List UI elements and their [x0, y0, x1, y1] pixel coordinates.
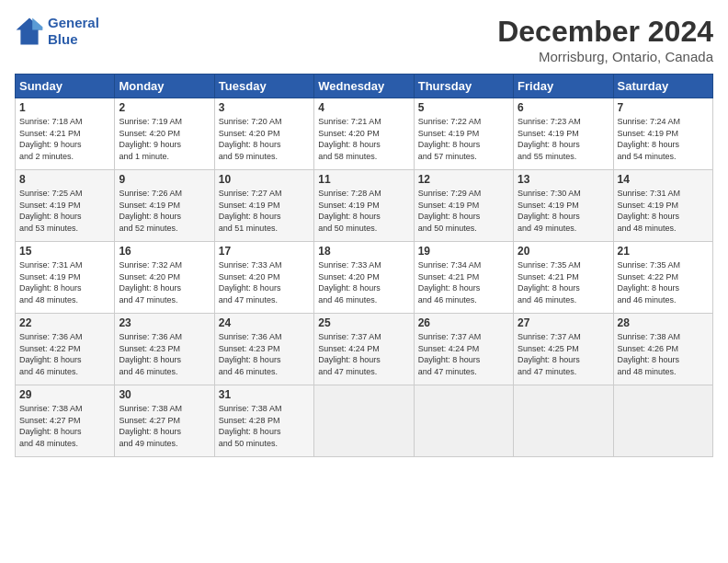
- logo-text: General Blue: [48, 15, 99, 48]
- day-info: Sunrise: 7:34 AM Sunset: 4:21 PM Dayligh…: [418, 259, 509, 305]
- day-number: 17: [219, 245, 310, 258]
- day-info: Sunrise: 7:20 AM Sunset: 4:20 PM Dayligh…: [219, 116, 310, 162]
- table-row: 12Sunrise: 7:29 AM Sunset: 4:19 PM Dayli…: [414, 170, 513, 242]
- table-row: 3Sunrise: 7:20 AM Sunset: 4:20 PM Daylig…: [214, 98, 313, 170]
- day-info: Sunrise: 7:30 AM Sunset: 4:19 PM Dayligh…: [518, 188, 609, 234]
- day-number: 11: [318, 173, 409, 186]
- day-info: Sunrise: 7:29 AM Sunset: 4:19 PM Dayligh…: [418, 188, 509, 234]
- table-row: [613, 385, 712, 457]
- day-number: 22: [19, 316, 110, 329]
- table-row: 30Sunrise: 7:38 AM Sunset: 4:27 PM Dayli…: [115, 385, 214, 457]
- svg-marker-1: [32, 18, 42, 30]
- day-number: 28: [618, 316, 709, 329]
- table-row: 18Sunrise: 7:33 AM Sunset: 4:20 PM Dayli…: [314, 242, 414, 314]
- day-number: 2: [119, 101, 210, 114]
- day-number: 12: [418, 173, 509, 186]
- day-info: Sunrise: 7:33 AM Sunset: 4:20 PM Dayligh…: [318, 259, 409, 305]
- calendar-table: Sunday Monday Tuesday Wednesday Thursday…: [15, 74, 713, 457]
- day-number: 29: [19, 388, 110, 401]
- logo-icon: [15, 17, 44, 46]
- day-info: Sunrise: 7:25 AM Sunset: 4:19 PM Dayligh…: [19, 188, 110, 234]
- day-number: 21: [618, 245, 709, 258]
- day-info: Sunrise: 7:33 AM Sunset: 4:20 PM Dayligh…: [219, 259, 310, 305]
- day-info: Sunrise: 7:32 AM Sunset: 4:20 PM Dayligh…: [119, 259, 210, 305]
- table-row: 1Sunrise: 7:18 AM Sunset: 4:21 PM Daylig…: [16, 98, 115, 170]
- day-number: 10: [219, 173, 310, 186]
- day-info: Sunrise: 7:38 AM Sunset: 4:27 PM Dayligh…: [119, 403, 210, 449]
- day-info: Sunrise: 7:31 AM Sunset: 4:19 PM Dayligh…: [618, 188, 709, 234]
- day-info: Sunrise: 7:28 AM Sunset: 4:19 PM Dayligh…: [318, 188, 409, 234]
- table-row: 8Sunrise: 7:25 AM Sunset: 4:19 PM Daylig…: [16, 170, 115, 242]
- col-thursday: Thursday: [414, 75, 513, 98]
- day-number: 4: [318, 101, 409, 114]
- main-title: December 2024: [497, 15, 713, 49]
- day-number: 5: [418, 101, 509, 114]
- sub-title: Morrisburg, Ontario, Canada: [497, 49, 713, 64]
- day-info: Sunrise: 7:19 AM Sunset: 4:20 PM Dayligh…: [119, 116, 210, 162]
- table-row: 2Sunrise: 7:19 AM Sunset: 4:20 PM Daylig…: [115, 98, 214, 170]
- day-info: Sunrise: 7:35 AM Sunset: 4:22 PM Dayligh…: [618, 259, 709, 305]
- page-container: General Blue December 2024 Morrisburg, O…: [0, 0, 728, 563]
- day-info: Sunrise: 7:27 AM Sunset: 4:19 PM Dayligh…: [219, 188, 310, 234]
- col-wednesday: Wednesday: [314, 75, 414, 98]
- day-info: Sunrise: 7:24 AM Sunset: 4:19 PM Dayligh…: [618, 116, 709, 162]
- day-info: Sunrise: 7:18 AM Sunset: 4:21 PM Dayligh…: [19, 116, 110, 162]
- day-number: 13: [518, 173, 609, 186]
- day-info: Sunrise: 7:38 AM Sunset: 4:28 PM Dayligh…: [219, 403, 310, 449]
- day-number: 20: [518, 245, 609, 258]
- day-number: 31: [219, 388, 310, 401]
- table-row: 19Sunrise: 7:34 AM Sunset: 4:21 PM Dayli…: [414, 242, 513, 314]
- table-row: 7Sunrise: 7:24 AM Sunset: 4:19 PM Daylig…: [613, 98, 712, 170]
- day-number: 14: [618, 173, 709, 186]
- table-row: 11Sunrise: 7:28 AM Sunset: 4:19 PM Dayli…: [314, 170, 414, 242]
- col-monday: Monday: [115, 75, 214, 98]
- table-row: 23Sunrise: 7:36 AM Sunset: 4:23 PM Dayli…: [115, 314, 214, 385]
- calendar-header-row: Sunday Monday Tuesday Wednesday Thursday…: [16, 75, 713, 98]
- day-info: Sunrise: 7:36 AM Sunset: 4:22 PM Dayligh…: [19, 331, 110, 377]
- table-row: 31Sunrise: 7:38 AM Sunset: 4:28 PM Dayli…: [214, 385, 313, 457]
- day-info: Sunrise: 7:38 AM Sunset: 4:26 PM Dayligh…: [618, 331, 709, 377]
- day-number: 16: [119, 245, 210, 258]
- day-info: Sunrise: 7:21 AM Sunset: 4:20 PM Dayligh…: [318, 116, 409, 162]
- table-row: 21Sunrise: 7:35 AM Sunset: 4:22 PM Dayli…: [613, 242, 712, 314]
- day-number: 25: [318, 316, 409, 329]
- svg-marker-0: [17, 18, 43, 45]
- day-number: 23: [119, 316, 210, 329]
- col-sunday: Sunday: [16, 75, 115, 98]
- table-row: 15Sunrise: 7:31 AM Sunset: 4:19 PM Dayli…: [16, 242, 115, 314]
- day-number: 30: [119, 388, 210, 401]
- table-row: 5Sunrise: 7:22 AM Sunset: 4:19 PM Daylig…: [414, 98, 513, 170]
- table-row: 27Sunrise: 7:37 AM Sunset: 4:25 PM Dayli…: [514, 314, 613, 385]
- day-info: Sunrise: 7:35 AM Sunset: 4:21 PM Dayligh…: [518, 259, 609, 305]
- day-info: Sunrise: 7:37 AM Sunset: 4:25 PM Dayligh…: [518, 331, 609, 377]
- day-info: Sunrise: 7:38 AM Sunset: 4:27 PM Dayligh…: [19, 403, 110, 449]
- day-number: 26: [418, 316, 509, 329]
- table-row: [414, 385, 513, 457]
- col-friday: Friday: [514, 75, 613, 98]
- table-row: 14Sunrise: 7:31 AM Sunset: 4:19 PM Dayli…: [613, 170, 712, 242]
- day-info: Sunrise: 7:36 AM Sunset: 4:23 PM Dayligh…: [119, 331, 210, 377]
- day-number: 8: [19, 173, 110, 186]
- day-number: 7: [618, 101, 709, 114]
- table-row: 29Sunrise: 7:38 AM Sunset: 4:27 PM Dayli…: [16, 385, 115, 457]
- table-row: 13Sunrise: 7:30 AM Sunset: 4:19 PM Dayli…: [514, 170, 613, 242]
- col-tuesday: Tuesday: [214, 75, 313, 98]
- logo-general: General: [48, 15, 99, 30]
- table-row: 9Sunrise: 7:26 AM Sunset: 4:19 PM Daylig…: [115, 170, 214, 242]
- day-info: Sunrise: 7:37 AM Sunset: 4:24 PM Dayligh…: [318, 331, 409, 377]
- day-number: 27: [518, 316, 609, 329]
- table-row: [314, 385, 414, 457]
- day-info: Sunrise: 7:22 AM Sunset: 4:19 PM Dayligh…: [418, 116, 509, 162]
- day-info: Sunrise: 7:23 AM Sunset: 4:19 PM Dayligh…: [518, 116, 609, 162]
- day-number: 6: [518, 101, 609, 114]
- day-number: 18: [318, 245, 409, 258]
- day-number: 1: [19, 101, 110, 114]
- table-row: 10Sunrise: 7:27 AM Sunset: 4:19 PM Dayli…: [214, 170, 313, 242]
- day-info: Sunrise: 7:36 AM Sunset: 4:23 PM Dayligh…: [219, 331, 310, 377]
- title-block: December 2024 Morrisburg, Ontario, Canad…: [497, 15, 713, 64]
- day-number: 9: [119, 173, 210, 186]
- logo-blue: Blue: [48, 31, 99, 48]
- table-row: 6Sunrise: 7:23 AM Sunset: 4:19 PM Daylig…: [514, 98, 613, 170]
- day-number: 19: [418, 245, 509, 258]
- table-row: 17Sunrise: 7:33 AM Sunset: 4:20 PM Dayli…: [214, 242, 313, 314]
